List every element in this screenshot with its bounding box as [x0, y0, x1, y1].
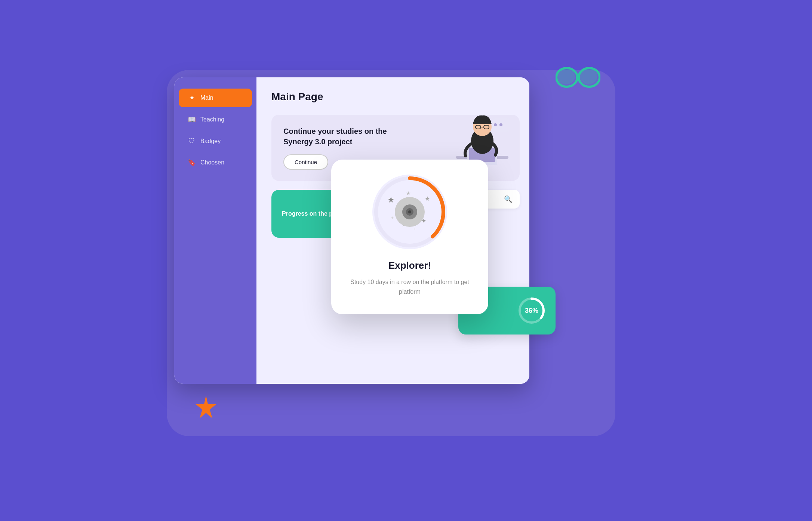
- svg-text:★: ★: [387, 195, 395, 204]
- sidebar-item-badgey-label: Badgey: [200, 138, 221, 145]
- sidebar-item-teaching[interactable]: 📖 Teaching: [179, 110, 252, 129]
- sidebar-item-main[interactable]: ✦ Main: [179, 89, 252, 107]
- badge-circle: ★ ★ ★ ✦ + × +: [372, 175, 447, 249]
- continue-button[interactable]: Continue: [283, 154, 328, 170]
- bg-circle-progress: 36%: [517, 296, 547, 326]
- sidebar-item-teaching-label: Teaching: [200, 116, 224, 123]
- sidebar-item-badgey[interactable]: 🛡 Badgey: [179, 132, 252, 150]
- page-title: Main Page: [271, 91, 520, 103]
- sidebar-item-choosen-label: Choosen: [200, 159, 224, 166]
- continue-card-title: Continue your studies on the Synergy 3.0…: [283, 126, 388, 147]
- svg-text:★: ★: [425, 195, 430, 202]
- svg-point-30: [579, 69, 597, 84]
- svg-text:+: +: [413, 226, 416, 232]
- sidebar-item-choosen[interactable]: 🔖 Choosen: [179, 153, 252, 172]
- badge-description: Study 10 days in a row on the platform t…: [345, 277, 475, 296]
- sidebar-item-main-label: Main: [200, 95, 213, 101]
- star-decoration: [193, 394, 219, 421]
- svg-text:✦: ✦: [421, 217, 427, 225]
- quote-decoration: [556, 66, 600, 98]
- search-icon: 🔍: [504, 195, 512, 203]
- shield-icon: 🛡: [188, 137, 196, 145]
- svg-text:+: +: [391, 215, 394, 221]
- bg-progress-percent: 36%: [525, 307, 538, 315]
- book-icon: 📖: [188, 115, 196, 124]
- badge-title: Explorer!: [388, 260, 431, 271]
- svg-text:★: ★: [406, 190, 411, 196]
- svg-text:×: ×: [402, 223, 405, 228]
- svg-point-9: [494, 123, 497, 126]
- bookmark-icon: 🔖: [188, 158, 196, 167]
- home-icon: ✦: [188, 94, 196, 102]
- sidebar: ✦ Main 📖 Teaching 🛡 Badgey 🔖 Choosen: [174, 77, 256, 384]
- badge-card: ★ ★ ★ ✦ + × + Explorer! Study 10 days in…: [331, 160, 488, 314]
- svg-point-10: [499, 123, 502, 126]
- svg-point-29: [557, 69, 575, 84]
